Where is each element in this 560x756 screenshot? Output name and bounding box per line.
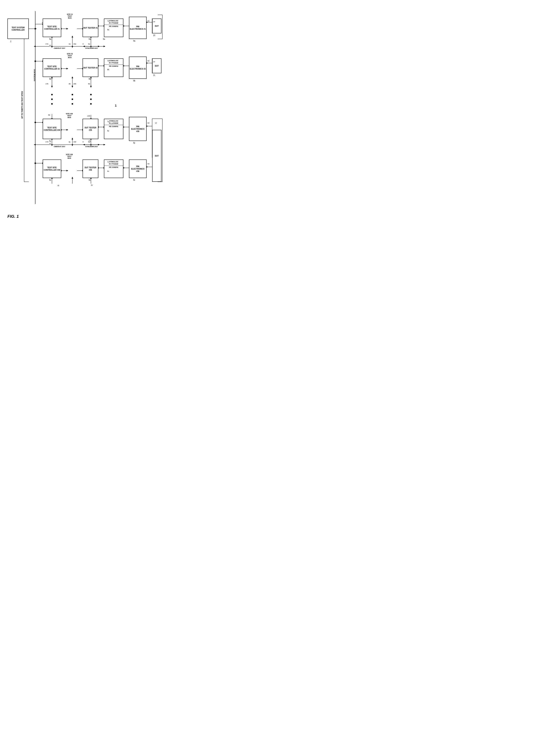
site1-17a: 17a [45, 43, 48, 45]
site35-4: 4 [83, 141, 83, 143]
site35-18d: 18d [73, 141, 76, 143]
site1-tsc-ref: 5a [49, 38, 51, 40]
svg-marker-82 [34, 144, 36, 145]
svg-marker-22 [83, 46, 85, 47]
site36-6z: 6z [91, 184, 93, 186]
site36-stimulus-box: STIMULUS/RESPONSE PE CONFIG [104, 160, 123, 178]
two-site-dut-box: DUT [152, 130, 161, 182]
svg-point-60 [72, 94, 73, 95]
site1-stimulus-ref: 7a [107, 20, 109, 22]
svg-point-58 [51, 99, 53, 100]
site35-pe-config-ref: 8y [107, 130, 109, 132]
site2-6b: 6b [88, 83, 90, 85]
site1-dut-ref: 10 [153, 34, 155, 36]
site35-pe-ref: 9y [133, 142, 135, 144]
svg-marker-25 [51, 46, 53, 48]
site2-17b: 17b [45, 83, 48, 85]
svg-point-64 [90, 99, 92, 100]
site2-bus-label: SITE #2TESTBUS [67, 53, 73, 58]
site35-4y: 4y [69, 141, 71, 143]
site2-pin-electronics-box: PIN ELECTRONICS #2 [129, 57, 146, 79]
site1-dut-tester-ref: 6a [89, 38, 91, 40]
svg-point-121 [35, 28, 36, 29]
svg-marker-103 [66, 170, 68, 171]
svg-marker-53 [72, 77, 73, 78]
svg-marker-86 [103, 144, 105, 145]
svg-marker-36 [66, 68, 68, 69]
site36-pe-config-ref: 8z [107, 170, 109, 172]
svg-marker-49 [51, 86, 53, 88]
svg-marker-117 [72, 177, 73, 179]
svg-marker-91 [72, 144, 73, 146]
site35-stimulus-box: STIMULUS/RESPONSE PE CONFIG [104, 119, 123, 139]
site35-6y: 6y [88, 141, 90, 143]
site1-pe-config-ref: 8a [107, 29, 109, 30]
site1-22: 22 [49, 44, 51, 46]
site2-pe-ref: 9b [133, 80, 135, 82]
svg-marker-92 [72, 138, 73, 140]
svg-point-57 [51, 94, 53, 95]
site1-18a: 18a [73, 43, 76, 45]
site36-dut-tester-ref: 6z [89, 179, 91, 181]
site2-pe-config-ref: 8b [107, 69, 109, 70]
site2-dut-tester-box: DUT TESTER #2 [83, 58, 98, 77]
site1-dut-tester-ref2: 6a [103, 38, 105, 40]
site2-64-ref: 64 [147, 60, 149, 62]
diagram-container: TEST SYSTEM CONTROLLER 2 TEST SITE CONTR… [0, 0, 167, 223]
site1-3: 3 [42, 22, 43, 24]
site1-bus-label: SITE #1TESTBUS [67, 13, 73, 19]
site35-tsc-box: TEST SITE CONTROLLER #35 [43, 119, 61, 139]
site2-dut-ref: 11 [153, 74, 155, 76]
site36-tsc-box: TEST SITE CONTROLLER #36 [43, 160, 61, 178]
figure-label: FIG. 1 [7, 214, 19, 219]
site2-18b: 18b [73, 83, 76, 85]
site35-pin-electronics-box: PIN ELECTRONICS #35 [129, 117, 146, 141]
site1-6a: 6a [88, 43, 90, 45]
site35-17d: 17d [45, 141, 48, 143]
svg-point-62 [72, 103, 73, 105]
site1-pin-electronics-box: PIN ELECTRONICS #1 [129, 17, 146, 39]
svg-marker-88 [51, 144, 53, 146]
svg-marker-2 [35, 28, 37, 29]
site2-tsc-box: TEST SITE CONTROLLER #2 [43, 58, 61, 77]
site1-sync-err-label: SYNC/ERR DSY [85, 47, 98, 49]
site36-tsc-ref: 5z [49, 179, 51, 181]
site35-12-ref: 12 [155, 122, 157, 124]
site2-128-ref: 128 [111, 62, 113, 64]
site2-stimulus-ref: 7b [107, 60, 109, 62]
svg-point-61 [72, 99, 73, 100]
svg-marker-28 [72, 46, 73, 48]
site35-64-ref: 64 [147, 122, 149, 124]
controller-ref: 2 [10, 40, 11, 42]
site1-pe-ref: 9a [133, 40, 135, 42]
site35-8d: 8d [48, 114, 50, 116]
site35-sync-err-label: SYNC/ERR DSY [85, 146, 98, 147]
site1-dut-ref2: 14 [153, 21, 155, 23]
site2-dut-tester-ref: 6b [89, 78, 91, 80]
svg-marker-23 [103, 46, 105, 47]
svg-marker-6 [66, 28, 68, 29]
site35-22: 22 [49, 143, 51, 145]
site1-tsc-box: TEST SITE CONTROLLER #1 [43, 19, 61, 37]
svg-marker-52 [72, 86, 73, 88]
site36-bus-label: SITE #36TESTBUS [66, 154, 73, 159]
site1-cmd-dat-label: CMD/DAT DSY [54, 47, 65, 49]
site35-cmd-dat-label: CMD/DAT DSY [54, 146, 65, 147]
svg-marker-55 [90, 86, 92, 88]
site1-4a: 4a [69, 43, 71, 45]
site35-bus-label: SITE #35TESTBUS [66, 113, 73, 118]
svg-point-122 [35, 60, 36, 62]
site36-pe-ref: 9z [133, 179, 135, 181]
site36-128-ref: 128 [111, 163, 113, 165]
site36-stimulus-ref: 7z [107, 161, 109, 163]
site35-dut-tester-box: DUT TESTER #35 [83, 119, 98, 139]
site35-stimulus-ref: 7y [107, 121, 109, 122]
site36-pin-electronics-box: PIN ELECTRONICS #36 [129, 160, 146, 178]
svg-point-124 [35, 162, 36, 164]
svg-marker-29 [72, 36, 73, 38]
svg-point-63 [90, 94, 92, 95]
site36-64-ref: 64 [147, 163, 149, 165]
svg-marker-69 [66, 129, 68, 130]
system-bus-label: SYSTEM BUS [34, 69, 36, 81]
svg-point-65 [90, 103, 92, 105]
